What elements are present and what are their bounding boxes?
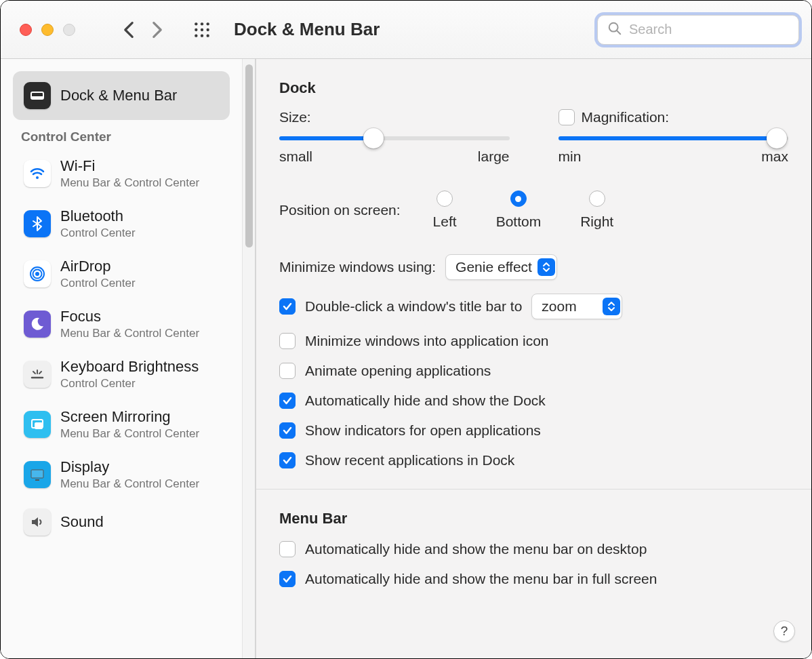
minimize-using-select[interactable]: Genie effect (445, 254, 557, 280)
svg-line-19 (33, 372, 35, 374)
sidebar-item-sub: Menu Bar & Control Center (60, 327, 199, 340)
show-all-prefs-button[interactable] (190, 18, 214, 41)
svg-point-1 (201, 22, 203, 25)
sidebar-item-sub: Menu Bar & Control Center (60, 176, 199, 190)
dock-option-checkbox[interactable] (279, 333, 296, 349)
sidebar-item-label: Bluetooth (60, 207, 136, 225)
menubar-option-checkbox[interactable] (279, 541, 296, 557)
magnification-label: Magnification: (582, 109, 670, 125)
sidebar-item-label: Focus (60, 308, 199, 325)
doubleclick-checkbox[interactable] (279, 298, 296, 315)
dock-option-row: Automatically hide and show the Dock (279, 393, 788, 409)
minimize-using-label: Minimize windows using: (279, 259, 436, 275)
dock-option-label: Show recent applications in Dock (305, 452, 514, 468)
position-bottom-radio[interactable] (510, 191, 527, 207)
select-arrows-icon (603, 298, 620, 315)
sidebar-section-label: Control Center (1, 120, 242, 148)
position-left-label: Left (433, 214, 457, 230)
size-slider-fill (279, 136, 373, 140)
sidebar-item-label: Wi-Fi (60, 157, 199, 175)
minimize-using-value: Genie effect (455, 259, 532, 275)
svg-point-5 (207, 28, 209, 31)
sidebar-item-dock-menu-bar[interactable]: Dock & Menu Bar (13, 71, 230, 120)
svg-line-10 (617, 31, 620, 34)
sidebar-item-sound[interactable]: Sound (13, 500, 230, 544)
wifi-icon (24, 160, 51, 187)
sidebar-item-display[interactable]: DisplayMenu Bar & Control Center (13, 450, 230, 500)
sidebar-item-label: Display (60, 458, 199, 476)
doubleclick-select[interactable]: zoom (531, 294, 622, 319)
dock-option-row: Show recent applications in Dock (279, 452, 788, 468)
svg-point-8 (207, 34, 209, 37)
dock-option-label: Automatically hide and show the Dock (305, 393, 546, 409)
position-left-radio[interactable] (437, 191, 453, 207)
magnification-slider[interactable] (559, 136, 789, 140)
scrollbar-thumb[interactable] (245, 64, 253, 247)
menubar-option-checkbox[interactable] (279, 571, 296, 587)
sidebar-item-sub: Control Center (60, 277, 136, 290)
svg-point-2 (207, 22, 209, 25)
sidebar-item-wifi[interactable]: Wi-FiMenu Bar & Control Center (13, 148, 230, 199)
help-button[interactable]: ? (773, 620, 795, 642)
minimize-window-button[interactable] (41, 24, 54, 36)
sidebar-item-sub: Menu Bar & Control Center (60, 477, 199, 491)
main-content: Dock Size: small large Ma (256, 59, 811, 658)
dock-option-row: Show indicators for open applications (279, 422, 788, 439)
search-icon (607, 21, 622, 39)
sidebar: Dock & Menu Bar Control Center Wi-FiMenu… (1, 59, 256, 658)
dock-option-checkbox[interactable] (279, 363, 296, 379)
dock-option-row: Minimize windows into application icon (279, 333, 788, 349)
dock-option-label: Show indicators for open applications (305, 422, 541, 439)
dock-icon (24, 82, 51, 109)
position-right-radio[interactable] (589, 191, 605, 207)
sidebar-item-sub: Control Center (60, 377, 199, 391)
sidebar-item-sub: Menu Bar & Control Center (60, 427, 199, 441)
sidebar-item-screen-mirroring[interactable]: Screen MirroringMenu Bar & Control Cente… (13, 399, 230, 450)
sidebar-item-label: Keyboard Brightness (60, 358, 199, 376)
sidebar-item-keyboard-brightness[interactable]: Keyboard BrightnessControl Center (13, 349, 230, 399)
sound-icon (24, 508, 51, 536)
menubar-heading: Menu Bar (279, 510, 788, 527)
select-arrows-icon (537, 258, 555, 276)
close-window-button[interactable] (20, 24, 32, 36)
sidebar-item-airdrop[interactable]: AirDropControl Center (13, 249, 230, 299)
dock-option-checkbox[interactable] (279, 393, 296, 409)
screen-mirroring-icon (24, 411, 51, 438)
zoom-window-button[interactable] (63, 24, 75, 36)
magnification-checkbox[interactable] (559, 109, 575, 125)
menubar-option-row: Automatically hide and show the menu bar… (279, 571, 788, 587)
svg-point-7 (201, 34, 203, 37)
magnification-slider-fill (559, 136, 777, 140)
magnification-slider-thumb[interactable] (767, 128, 787, 148)
svg-point-6 (195, 34, 197, 37)
menubar-panel: Menu Bar Automatically hide and show the… (256, 490, 811, 607)
bluetooth-icon (24, 210, 51, 237)
svg-line-20 (39, 372, 41, 374)
search-field-wrapper[interactable] (597, 15, 799, 45)
svg-rect-22 (35, 422, 43, 429)
sidebar-item-focus[interactable]: FocusMenu Bar & Control Center (13, 299, 230, 349)
sidebar-item-label: AirDrop (60, 258, 136, 275)
dock-option-row: Animate opening applications (279, 363, 788, 379)
size-slider[interactable] (279, 136, 510, 140)
svg-point-4 (201, 28, 203, 31)
search-input[interactable] (629, 22, 789, 37)
size-slider-thumb[interactable] (363, 128, 384, 148)
dock-option-checkbox[interactable] (279, 422, 296, 439)
position-label: Position on screen: (279, 202, 401, 218)
dock-option-checkbox[interactable] (279, 452, 296, 468)
svg-point-0 (195, 22, 197, 25)
sidebar-item-bluetooth[interactable]: BluetoothControl Center (13, 199, 230, 249)
position-bottom-label: Bottom (496, 214, 542, 230)
size-min-label: small (279, 148, 312, 165)
sidebar-item-label: Screen Mirroring (60, 408, 199, 426)
size-label: Size: (279, 109, 311, 125)
mag-min-label: min (559, 148, 582, 165)
back-button[interactable] (117, 18, 140, 41)
dock-heading: Dock (279, 79, 788, 97)
sidebar-scrollbar[interactable] (242, 59, 256, 658)
svg-point-13 (36, 176, 39, 179)
forward-button[interactable] (146, 18, 169, 41)
dock-panel: Dock Size: small large Ma (256, 59, 811, 490)
menubar-option-row: Automatically hide and show the menu bar… (279, 541, 788, 557)
